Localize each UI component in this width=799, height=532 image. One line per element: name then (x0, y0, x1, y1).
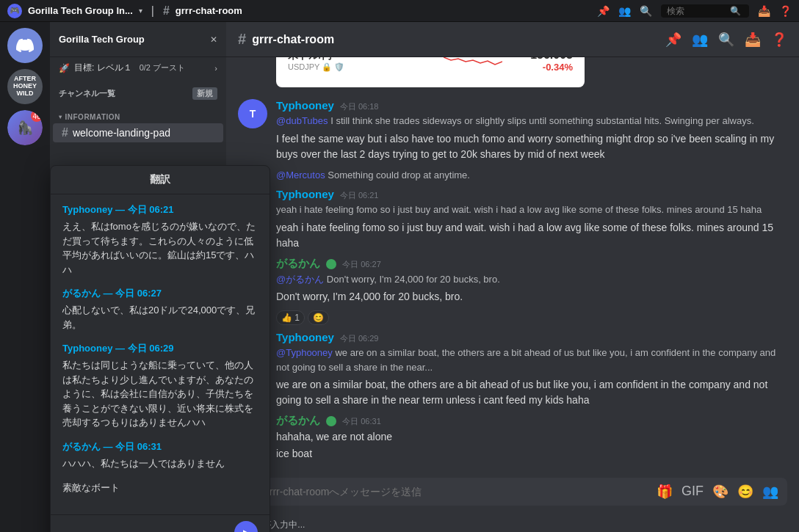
stock-ticker-usdjpy: USDJPY 🔒 🛡️ (288, 62, 432, 72)
translation-text: 心配しないで、私は20ドルで24,000です、兄弟。 (62, 303, 258, 332)
search-input[interactable] (667, 6, 726, 16)
translation-text: ハハハ、私たちは一人ではありません (62, 456, 258, 471)
server-title: Gorilla Tech Group In... (28, 5, 133, 16)
message-text-2: ice boat (276, 446, 787, 462)
message-subtext: @dubTubes I still think she trades sidew… (276, 114, 787, 128)
translation-message: がるかん — 今日 06:27心配しないで、私は20ドルで24,000です、兄弟… (62, 287, 258, 332)
chat-channel-name: grrr-chat-room (252, 33, 334, 46)
chat-header-actions: 📌 👥 🔍 📥 ❓ (665, 32, 787, 48)
message-input-bar: ⊕ 🎁 GIF 🎨 😊 👥 (226, 472, 799, 517)
translation-message: がるかん — 今日 06:31ハハハ、私たちは一人ではありません (62, 440, 258, 471)
message-group: T Typhooney 今日 06:18 @dubTubes I still t… (226, 98, 799, 164)
message-timestamp: 今日 06:31 (342, 416, 381, 427)
top-bar: 🎮 Gorilla Tech Group In... ▾ | # grrr-ch… (0, 0, 799, 22)
message-author: がるかん (276, 257, 336, 271)
translation-author: がるかん — 今日 06:27 (62, 287, 258, 300)
server-icon-discord[interactable] (7, 28, 43, 63)
message-author: Typhooney (276, 188, 334, 200)
chat-area: # grrr-chat-room 📌 👥 🔍 📥 ❓ G For now, th… (226, 22, 799, 532)
message-header: がるかん 今日 06:27 (276, 257, 787, 271)
message-text: Don't worry, I'm 24,000 for 20 bucks, br… (276, 289, 787, 305)
translation-content: Typhooney — 今日 06:21ええ、私はfomoを感じるのが嫌いなので… (51, 194, 270, 514)
channel-hash-icon: # (62, 126, 68, 139)
translation-message: 素敵なボート (62, 481, 258, 495)
translation-panel: 翻訳 Typhooney — 今日 06:21ええ、私はfomoを感じるのが嫌い… (50, 165, 270, 532)
message-group: @Mercutos Something could drop at anytim… (226, 167, 799, 184)
typing-indicator: Swen が入力中... (226, 517, 799, 532)
search-action-icon[interactable]: 🔍 (718, 32, 734, 48)
reaction-smile[interactable]: 😊 (308, 310, 329, 325)
message-input[interactable] (264, 486, 651, 498)
message-timestamp: 今日 06:29 (340, 333, 379, 344)
translation-message: Typhooney — 今日 06:21ええ、私はfomoを感じるのが嫌いなので… (62, 203, 258, 277)
message-timestamp: 今日 06:27 (342, 259, 381, 270)
boost-icon: 🚀 (59, 63, 70, 73)
message-timestamp: 今日 06:21 (340, 190, 379, 201)
translation-text: 素敵なボート (62, 481, 258, 495)
server-icon-2[interactable]: 🦍 46 (7, 110, 43, 145)
stock-name-usdjpy: 米ドル/円 (288, 57, 432, 62)
help-icon[interactable]: ❓ (779, 5, 792, 17)
server-name: Gorilla Tech Group (59, 34, 145, 45)
server-header[interactable]: Gorilla Tech Group ✕ (50, 22, 226, 57)
sticker-icon[interactable]: 🎨 (712, 484, 728, 500)
message-author: Typhooney (276, 331, 334, 343)
channel-item-welcome[interactable]: # welcome-landing-pad (53, 123, 223, 142)
message-author: Typhooney (276, 99, 334, 112)
pin-icon[interactable]: 📌 (597, 5, 610, 17)
translation-author: Typhooney — 今日 06:21 (62, 203, 258, 216)
message-content: がるかん 今日 06:31 hahaha, we are not alone i… (276, 414, 787, 462)
channels-header: チャンネル一覧 新規 (50, 84, 226, 103)
translation-message: Typhooney — 今日 06:29私たちは同じような船に乗っていて、他の人… (62, 342, 258, 430)
translation-author: Typhooney — 今日 06:29 (62, 342, 258, 355)
server-icons: AFTER HONEY WILD 🦍 46 (0, 22, 50, 532)
translation-footer: ▶ (51, 514, 270, 533)
translation-title: 翻訳 (51, 166, 270, 194)
inbox-action-icon[interactable]: 📥 (745, 32, 761, 48)
members-icon[interactable]: 👥 (618, 5, 631, 17)
members-action-icon[interactable]: 👥 (692, 32, 708, 48)
input-icons: 🎁 GIF 🎨 😊 👥 (657, 484, 778, 500)
play-button[interactable]: ▶ (234, 521, 258, 533)
channel-hash-icon: # (163, 4, 170, 18)
message-group: T Typhooney 今日 06:29 @Typhooney we are o… (226, 329, 799, 409)
discord-icon: 🎮 (7, 4, 22, 18)
message-group: G For now, the short sellers have spent … (226, 57, 799, 95)
chevron-icon: ▾ (139, 7, 142, 15)
message-input-container: ⊕ 🎁 GIF 🎨 😊 👥 (238, 478, 787, 506)
search-icon[interactable]: 🔍 (640, 5, 652, 17)
message-group: が がるかん 今日 06:31 hahaha, we are not alone… (226, 412, 799, 463)
stock-row-usdjpy: 米ドル/円 USDJPY 🔒 🛡️ 156.003 -0.34% (288, 57, 573, 79)
people-icon[interactable]: 👥 (762, 484, 778, 500)
message-author: がるかん (276, 414, 336, 428)
level-label: 目標: レベル１ (74, 62, 132, 74)
reaction-thumbsup[interactable]: 👍 1 (276, 310, 305, 325)
inbox-icon[interactable]: 📥 (758, 5, 770, 17)
boost-btn[interactable]: › (214, 64, 217, 73)
message-text: yeah i hate feeling fomo so i just buy a… (276, 220, 787, 251)
new-channel-btn[interactable]: 新規 (192, 87, 217, 100)
search-glass-icon: 🔍 (730, 6, 741, 16)
message-timestamp: 今日 06:18 (340, 101, 379, 112)
message-subtext: @Typhooney we are on a similar boat, the… (276, 346, 787, 374)
stock-card: QSI 2,410 +0.00% 市場後 ゴリラ テクノロジー GRRR 15.… (276, 57, 585, 87)
message-content: For now, the short sellers have spent a … (276, 57, 787, 93)
message-text: @Mercutos Something could drop at anytim… (276, 168, 787, 183)
main-layout: AFTER HONEY WILD 🦍 46 Gorilla Tech Group… (0, 22, 799, 532)
server-icon-1[interactable]: AFTER HONEY WILD (7, 69, 43, 104)
stock-chart-usdjpy (444, 57, 502, 72)
emoji-icon[interactable]: 😊 (737, 484, 753, 500)
translation-text: ええ、私はfomoを感じるのが嫌いなので、ただ買って待ちます。これらの人々のよう… (62, 219, 258, 277)
gif-icon[interactable]: GIF (682, 484, 704, 500)
message-header: Typhooney 今日 06:21 (276, 188, 787, 201)
gift-icon[interactable]: 🎁 (657, 484, 673, 500)
pin-action-icon[interactable]: 📌 (665, 32, 682, 48)
search-box[interactable]: 🔍 (661, 4, 749, 18)
sidebar: Gorilla Tech Group ✕ 🚀 目標: レベル１ 0/2 ブースト… (50, 22, 226, 532)
top-bar-actions: 📌 👥 🔍 🔍 📥 ❓ (597, 4, 792, 18)
category-information: ▾ INFORMATION (50, 109, 226, 123)
notification-badge: 46 (31, 110, 43, 122)
help-action-icon[interactable]: ❓ (771, 32, 787, 48)
reaction-area: 👍 1 😊 (276, 307, 787, 325)
message-content: Typhooney 今日 06:21 yeah i hate feeling f… (276, 188, 787, 251)
